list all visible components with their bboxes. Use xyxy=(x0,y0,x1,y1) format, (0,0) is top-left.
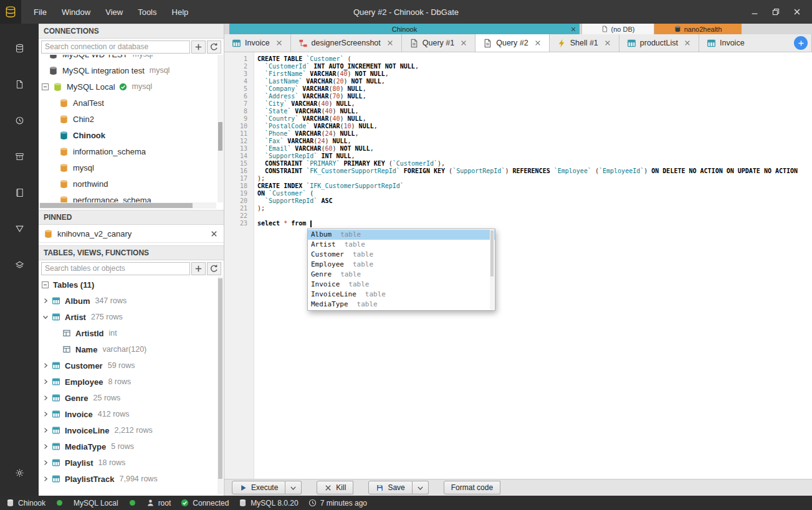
rail-files-button[interactable] xyxy=(6,70,33,98)
table-invoice[interactable]: Invoice412 rows xyxy=(39,406,224,422)
tab-close-button[interactable] xyxy=(534,39,542,47)
tab-close-button[interactable] xyxy=(386,39,394,47)
chevron-right-icon[interactable] xyxy=(42,410,49,418)
tab-close-button[interactable] xyxy=(604,39,611,47)
rail-settings-button[interactable] xyxy=(6,458,33,487)
tables-vertical-scrollbar[interactable] xyxy=(217,276,223,494)
tab-productlist-6[interactable]: productList xyxy=(619,34,699,52)
autocomplete-item-customer[interactable]: Customertable xyxy=(308,250,495,260)
unpin-button[interactable] xyxy=(210,230,218,238)
menu-window[interactable]: Window xyxy=(54,5,98,19)
db-tab-nano2health[interactable]: nano2health xyxy=(654,24,742,34)
new-tab-button[interactable] xyxy=(794,36,808,50)
table-playlisttrack[interactable]: PlaylistTrack7,994 rows xyxy=(39,471,224,487)
toolbar-execute-button[interactable]: Execute xyxy=(232,481,285,494)
database-information-schema[interactable]: information_schema xyxy=(39,143,224,159)
tab-shell-1-5[interactable]: Shell #1 xyxy=(550,34,619,52)
rail-connections-button[interactable] xyxy=(6,34,33,62)
database-northwind[interactable]: northwind xyxy=(39,176,224,192)
chevron-right-icon[interactable] xyxy=(42,297,49,305)
db-tab-close-button[interactable] xyxy=(570,26,576,32)
status-user[interactable]: root xyxy=(146,499,171,508)
connection-search-input[interactable] xyxy=(41,40,190,54)
connection-mysql-wd-test[interactable]: MySQL WD TESTmysql xyxy=(39,55,224,62)
chevron-right-icon[interactable] xyxy=(42,475,49,483)
scrollbar-thumb[interactable] xyxy=(490,230,494,276)
status-connection[interactable]: MySQL Local xyxy=(74,499,118,508)
menu-file[interactable]: File xyxy=(26,5,54,19)
menu-help[interactable]: Help xyxy=(165,5,196,19)
pinned-knihovna-v2-canary[interactable]: knihovna_v2_canary xyxy=(39,225,224,243)
sql-editor[interactable]: 1CREATE TABLE `Customer` (2 `CustomerId`… xyxy=(224,52,812,479)
rail-filters-button[interactable] xyxy=(6,214,33,243)
connections-vertical-scrollbar[interactable] xyxy=(217,55,223,202)
scrollbar-thumb[interactable] xyxy=(218,278,222,479)
autocomplete-item-genre[interactable]: Genretable xyxy=(308,270,495,280)
tab-close-button[interactable] xyxy=(460,39,467,47)
menu-view[interactable]: View xyxy=(98,5,130,19)
db-tab-chinook[interactable]: Chinook xyxy=(229,24,580,34)
status-database[interactable]: Chinook xyxy=(6,499,45,508)
tab-invoice-1[interactable]: Invoice xyxy=(224,34,291,52)
window-minimize-button[interactable] xyxy=(747,4,762,19)
menu-tools[interactable]: Tools xyxy=(130,5,164,19)
autocomplete-item-album[interactable]: Albumtable xyxy=(308,230,495,240)
database-mysql[interactable]: mysql xyxy=(39,159,224,176)
autocomplete-item-invoiceline[interactable]: InvoiceLinetable xyxy=(308,290,495,300)
autocomplete-item-invoice[interactable]: Invoicetable xyxy=(308,280,495,290)
status-last-used[interactable]: 7 minutes ago xyxy=(308,499,367,508)
rail-docs-button[interactable] xyxy=(6,178,33,207)
status-db-status[interactable] xyxy=(55,499,64,507)
chevron-right-icon[interactable] xyxy=(42,427,49,434)
database-chinook[interactable]: Chinook xyxy=(39,127,224,143)
db-tab-no-db[interactable]: (no DB) xyxy=(581,24,654,34)
toolbar-kill-button[interactable]: Kill xyxy=(317,481,353,494)
table-search-input[interactable] xyxy=(41,262,190,275)
chevron-right-icon[interactable] xyxy=(42,459,49,466)
refresh-connections-button[interactable] xyxy=(207,40,221,54)
autocomplete-item-mediatype[interactable]: MediaTypetable xyxy=(308,300,495,309)
rail-history-button[interactable] xyxy=(6,106,33,135)
tables-group[interactable]: Tables (11) xyxy=(39,276,224,293)
column-name[interactable]: Namevarchar(120) xyxy=(39,341,224,357)
window-close-button[interactable] xyxy=(790,4,805,19)
tab-query-1-3[interactable]: Query #1 xyxy=(402,34,475,52)
status-version[interactable]: MySQL 8.0.20 xyxy=(239,499,298,508)
chevron-right-icon[interactable] xyxy=(42,362,49,369)
database-analtest[interactable]: AnalTest xyxy=(39,95,224,111)
table-album[interactable]: Album347 rows xyxy=(39,293,224,309)
tab-close-button[interactable] xyxy=(684,39,691,47)
tab-close-button[interactable] xyxy=(275,39,283,47)
table-playlist[interactable]: Playlist18 rows xyxy=(39,455,224,471)
rail-plugins-button[interactable] xyxy=(6,250,33,279)
toolbar-save-dropdown[interactable] xyxy=(413,481,429,494)
chevron-right-icon[interactable] xyxy=(42,443,49,450)
chevron-down-icon[interactable] xyxy=(42,313,49,321)
refresh-tables-button[interactable] xyxy=(207,262,221,275)
database-chin2[interactable]: Chin2 xyxy=(39,111,224,127)
scrollbar-thumb[interactable] xyxy=(218,122,222,151)
status-conn-status[interactable] xyxy=(128,499,136,507)
toolbar-save-button[interactable]: Save xyxy=(368,481,412,494)
table-mediatype[interactable]: MediaType5 rows xyxy=(39,438,224,455)
window-restore-button[interactable] xyxy=(768,4,783,19)
table-genre[interactable]: Genre25 rows xyxy=(39,390,224,406)
autocomplete-item-employee[interactable]: Employeetable xyxy=(308,260,495,270)
connection-mysql-local[interactable]: MySQL Localmysql xyxy=(39,78,224,95)
table-customer[interactable]: Customer59 rows xyxy=(39,357,224,374)
collapse-icon[interactable] xyxy=(42,83,49,90)
autocomplete-scrollbar[interactable] xyxy=(490,230,494,309)
table-invoiceline[interactable]: InvoiceLine2,212 rows xyxy=(39,422,224,438)
status-connected[interactable]: Connected xyxy=(181,499,229,508)
connection-mysql-integration-test[interactable]: MySQL integration testmysql xyxy=(39,62,224,78)
tab-designerscreenshot-2[interactable]: designerScreenshot xyxy=(291,34,402,52)
add-connection-button[interactable] xyxy=(191,40,206,54)
scrollbar-thumb[interactable] xyxy=(40,203,193,208)
autocomplete-item-artist[interactable]: Artisttable xyxy=(308,240,495,250)
chevron-right-icon[interactable] xyxy=(42,394,49,402)
chevron-right-icon[interactable] xyxy=(42,378,49,385)
collapse-icon[interactable] xyxy=(42,281,49,288)
rail-archive-button[interactable] xyxy=(6,142,33,171)
connections-horizontal-scrollbar[interactable] xyxy=(39,202,216,209)
table-artist[interactable]: Artist275 rows xyxy=(39,309,224,325)
